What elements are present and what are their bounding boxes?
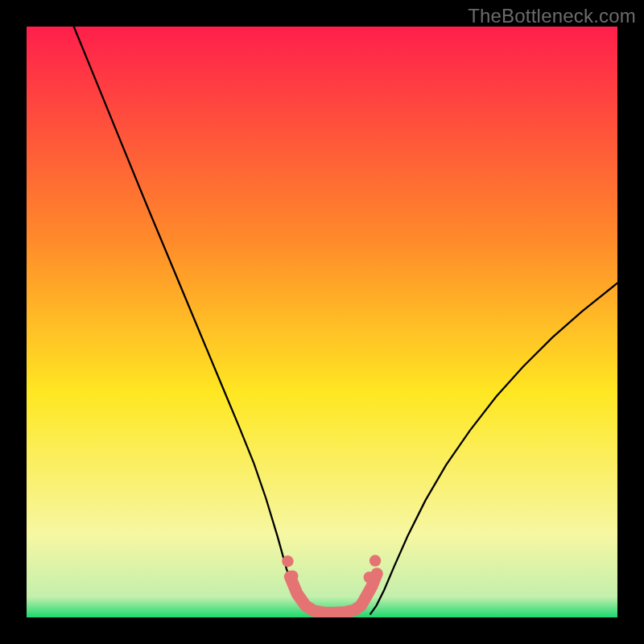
- salmon-dot: [369, 555, 381, 566]
- chart-svg: [27, 27, 617, 617]
- salmon-dot: [364, 572, 375, 583]
- plot-area: [27, 27, 617, 617]
- chart-frame: TheBottleneck.com: [0, 0, 644, 644]
- chart-background: [27, 27, 617, 617]
- salmon-dot: [282, 555, 293, 567]
- watermark-text: TheBottleneck.com: [468, 5, 636, 27]
- salmon-dot: [287, 570, 298, 581]
